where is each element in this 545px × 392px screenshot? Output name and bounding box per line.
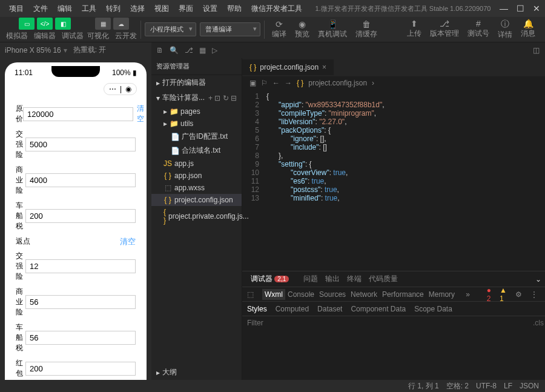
fdcc-input[interactable] [25, 331, 136, 345]
filter-input[interactable] [247, 319, 528, 327]
spaces[interactable]: 空格: 2 [446, 381, 469, 391]
close-icon[interactable]: ✕ [533, 4, 540, 13]
file-pages[interactable]: ▸📁pages [151, 105, 242, 118]
fdsy-input[interactable] [25, 295, 136, 309]
cc-input[interactable] [25, 209, 136, 223]
dbtab-代码质量[interactable]: 代码质量 [365, 272, 401, 285]
breadcrumb[interactable]: ▣⚐ ←→ { }project.config.json› [242, 76, 545, 90]
right-版本管理[interactable]: ⎇版本管理 [426, 19, 463, 40]
file-project.config.json[interactable]: { }project.config.json [151, 194, 242, 206]
compile-dropdown[interactable]: 普通编译 [200, 22, 260, 36]
styletab-Scope Data[interactable]: Scope Data [414, 305, 452, 313]
capsule-button[interactable]: ⋯|◉ [104, 83, 137, 95]
visual-toggle[interactable]: ▦ [95, 18, 111, 30]
debugger-tab[interactable]: 调试器 2,1 [247, 271, 292, 287]
styletab-Styles[interactable]: Styles [247, 305, 267, 313]
menu-编辑[interactable]: 编辑 [53, 1, 76, 16]
files-icon[interactable]: 🗎 [156, 46, 164, 55]
file-广告ID配置.txt[interactable]: 📄广告ID配置.txt [151, 130, 242, 144]
tool-Performance[interactable]: Performance [380, 289, 426, 300]
mode-dropdown[interactable]: 小程序模式 [145, 22, 196, 36]
tool-Memory[interactable]: Memory [426, 289, 457, 300]
action-清缓存[interactable]: 🗑清缓存 [352, 19, 381, 39]
clear-button-2[interactable]: 清空 [120, 236, 136, 247]
debugger-toggle[interactable]: ◧ [55, 18, 71, 30]
fdjq-label: 交强险 [16, 251, 25, 282]
tool-Network[interactable]: Network [348, 289, 380, 300]
cloud-toggle[interactable]: ☁ [113, 18, 129, 30]
action-真机调试[interactable]: 📱真机调试 [314, 19, 351, 39]
bookmark-icon[interactable]: ⚐ [261, 79, 268, 87]
error-count[interactable]: ● 2 [487, 286, 491, 303]
file-app.wxss[interactable]: ⬚app.wxss [151, 182, 242, 194]
fdjq-input[interactable] [25, 259, 136, 273]
tab-project-config[interactable]: { }project.config.json× [242, 59, 334, 75]
menu-选择[interactable]: 选择 [126, 1, 149, 16]
eol[interactable]: LF [504, 382, 512, 390]
project-section[interactable]: ▾车险计算器...+ ⊡ ↻ ⊟ [151, 90, 242, 105]
right-上传[interactable]: ⬆上传 [403, 19, 425, 40]
inspect-icon[interactable]: ⬚ [247, 290, 254, 299]
file-utils[interactable]: ▸📁utils [151, 118, 242, 130]
panel-down-icon[interactable]: ⌄ [535, 275, 541, 284]
cursor-pos[interactable]: 行 1, 列 1 [408, 381, 439, 391]
right-消息[interactable]: 🔔消息 [517, 19, 539, 40]
maximize-icon[interactable]: ☐ [517, 4, 524, 13]
price-input[interactable] [23, 107, 133, 121]
dots-icon[interactable]: ⋮ [530, 290, 538, 299]
editor-toggle[interactable]: </> [37, 18, 53, 30]
jq-input[interactable] [25, 138, 136, 151]
warn-count[interactable]: ▲ 1 [500, 286, 507, 303]
git-icon[interactable]: ⎇ [185, 46, 193, 55]
open-editors-section[interactable]: ▸打开的编辑器 [151, 75, 242, 90]
main-area: iPhone X 85% 16 ▾ 热重载: 开 11:01 100% ▮ ⋯|… [0, 42, 545, 380]
styletab-Computed[interactable]: Computed [276, 305, 309, 313]
dbtab-输出[interactable]: 输出 [322, 272, 343, 285]
fdsy-label: 商业险 [16, 287, 25, 317]
menu-界面[interactable]: 界面 [174, 1, 197, 16]
outline-section[interactable]: ▸大纲 [151, 365, 242, 380]
clear-button[interactable]: 清空 [137, 104, 144, 124]
file-app.js[interactable]: JSapp.js [151, 158, 242, 170]
file-app.json[interactable]: { }app.json [151, 170, 242, 182]
split-icon[interactable]: ◫ [533, 46, 540, 55]
run-icon[interactable]: ▷ [212, 46, 217, 55]
simulator-toggle[interactable]: ▭ [19, 18, 35, 30]
encoding[interactable]: UTF-8 [476, 382, 497, 390]
more-tools-icon[interactable]: » [466, 290, 470, 299]
action-编译[interactable]: ⟳编译 [268, 19, 290, 39]
file-合法域名.txt[interactable]: 📄合法域名.txt [151, 144, 242, 158]
menu-转到[interactable]: 转到 [102, 1, 125, 16]
tool-Console[interactable]: Console [285, 289, 317, 300]
menu-微信开发者工具[interactable]: 微信开发者工具 [247, 1, 306, 16]
close-tab-icon[interactable]: × [322, 63, 326, 71]
hb-input[interactable] [25, 362, 136, 376]
styletab-Component Data[interactable]: Component Data [351, 305, 406, 313]
file-project.private.config.js...[interactable]: { }project.private.config.js... [151, 206, 242, 227]
language[interactable]: JSON [520, 382, 539, 390]
dbtab-终端[interactable]: 终端 [343, 272, 365, 285]
menu-帮助[interactable]: 帮助 [223, 1, 246, 16]
menu-icon[interactable]: ⋯ [109, 85, 116, 93]
dbtab-问题[interactable]: 问题 [300, 272, 322, 285]
target-icon[interactable]: ◉ [125, 85, 131, 93]
cls-toggle[interactable]: .cls [533, 319, 544, 327]
right-测试号[interactable]: #测试号 [464, 19, 493, 40]
menu-设置[interactable]: 设置 [199, 1, 222, 16]
styletab-Dataset[interactable]: Dataset [317, 305, 342, 313]
menu-文件[interactable]: 文件 [29, 1, 52, 16]
tool-Sources[interactable]: Sources [317, 289, 348, 300]
menu-工具[interactable]: 工具 [78, 1, 101, 16]
minimize-icon[interactable]: — [500, 4, 508, 13]
gear-icon[interactable]: ⚙ [515, 290, 522, 299]
tool-Wxml[interactable]: Wxml [262, 289, 285, 300]
right-详情[interactable]: ⓘ详情 [494, 19, 516, 40]
code-editor[interactable]: 1{2"appid": "wx8953347352f88b1d",3"compi… [242, 90, 545, 271]
menu-视图[interactable]: 视图 [150, 1, 173, 16]
ext-icon[interactable]: ▦ [199, 46, 206, 55]
action-预览[interactable]: ◉预览 [291, 19, 313, 39]
menu-项目[interactable]: 项目 [5, 1, 28, 16]
search-icon[interactable]: 🔍 [170, 46, 179, 55]
sy-input[interactable] [25, 173, 136, 187]
device-selector[interactable]: iPhone X 85% 16 [5, 46, 61, 55]
